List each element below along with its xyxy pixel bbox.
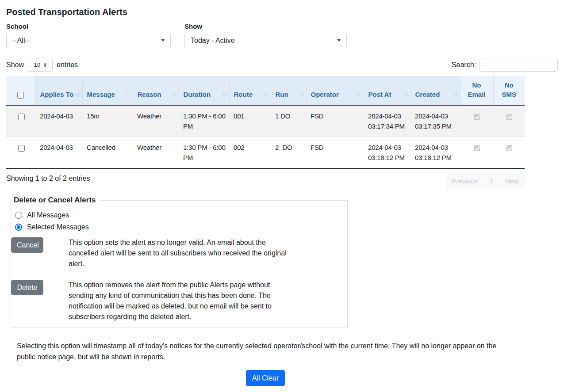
row-select-checkbox[interactable] <box>18 145 25 152</box>
page-length-select[interactable]: 10 <box>28 58 53 72</box>
cell-created: 2024-04-03 03:18:12 PM <box>411 137 460 169</box>
show-label: Show <box>184 23 347 30</box>
delete-cancel-legend: Delete or Cancel Alerts <box>13 196 99 205</box>
cell-message: Cancelled <box>82 137 133 169</box>
cell-run: 2_DO <box>271 137 306 169</box>
search-label: Search: <box>452 61 476 69</box>
col-header-run[interactable]: Run ↑↓ <box>271 76 306 105</box>
delete-button[interactable]: Delete <box>11 280 43 295</box>
school-select[interactable]: --All-- <box>6 33 171 48</box>
sort-icon: ↑↓ <box>453 90 457 99</box>
chevron-down-icon <box>337 39 341 42</box>
pagination-next[interactable]: Next <box>499 173 525 189</box>
all-clear-button[interactable]: All Clear <box>246 370 285 386</box>
search-control: Search: <box>452 58 558 72</box>
table-footer-row: Showing 1 to 2 of 2 entries Previous 1 N… <box>6 173 525 189</box>
sort-icon: ↑↓ <box>172 90 176 99</box>
col-header-no-sms: No SMS <box>493 76 525 105</box>
cell-reason: Weather <box>133 137 179 169</box>
all-clear-description: Selecting this option will timestamp all… <box>17 340 507 362</box>
sort-icon: ↑↓ <box>75 90 79 99</box>
filters-row: School --All-- Show Today - Active <box>6 23 558 48</box>
chevron-down-icon <box>161 39 165 42</box>
selected-messages-option: Selected Messages <box>15 223 341 231</box>
col-header-route[interactable]: Route ↑↓ <box>229 76 271 105</box>
col-header-applies-to[interactable]: Applies To ↑↓ <box>35 76 82 105</box>
cell-duration: 1:30 PM - 6:00 PM <box>179 105 229 137</box>
delete-description: This option removes the alert from the p… <box>69 280 293 322</box>
cell-reason: Weather <box>133 105 179 137</box>
cell-duration: 1:30 PM - 6:00 PM <box>179 137 229 169</box>
sort-icon: ↑↓ <box>299 90 303 99</box>
row-select-checkbox[interactable] <box>18 114 25 120</box>
all-messages-option: All Messages <box>15 211 341 219</box>
cell-created: 2024-04-03 03:17:35 PM <box>411 105 460 137</box>
pagination-page-1[interactable]: 1 <box>483 173 499 189</box>
sort-icon: ↑↓ <box>357 90 361 99</box>
page-length-control: Show 10 entries <box>6 58 78 72</box>
school-select-value: --All-- <box>12 37 30 45</box>
cell-route: 001 <box>229 105 271 137</box>
table-row: 2024-04-03 Cancelled Weather 1:30 PM - 6… <box>6 137 525 169</box>
select-all-checkbox[interactable] <box>17 92 24 99</box>
no-email-checkbox <box>474 114 480 120</box>
length-suffix-label: entries <box>57 61 78 69</box>
col-header-duration[interactable]: Duration ↑↓ <box>179 76 229 105</box>
show-select-value: Today - Active <box>191 37 235 45</box>
page-title: Posted Transportation Alerts <box>6 7 558 17</box>
sort-icon: ↑↓ <box>222 90 226 99</box>
show-select[interactable]: Today - Active <box>184 33 347 48</box>
no-email-checkbox <box>474 145 480 151</box>
table-controls: Show 10 entries Search: <box>6 58 558 72</box>
table-row: 2024-04-03 15m Weather 1:30 PM - 6:00 PM… <box>6 105 525 137</box>
pagination-previous[interactable]: Previous <box>446 173 483 189</box>
length-prefix-label: Show <box>6 61 24 69</box>
all-messages-radio[interactable] <box>15 212 22 219</box>
cancel-description: This option sets the alert as no longer … <box>69 237 293 269</box>
col-header-no-email: No Email <box>460 76 493 105</box>
cell-post-at: 2024-04-03 03:17:34 PM <box>364 105 411 137</box>
sort-icon: ↑↓ <box>403 90 407 99</box>
selected-messages-label[interactable]: Selected Messages <box>27 223 89 231</box>
col-header-created[interactable]: Created ↑↓ <box>411 76 460 105</box>
cell-operator: FSD <box>306 137 364 169</box>
all-clear-container: All Clear <box>6 370 525 386</box>
col-header-message[interactable]: Message ↑↓ <box>82 76 133 105</box>
all-messages-label[interactable]: All Messages <box>27 211 69 219</box>
no-sms-checkbox <box>506 145 512 151</box>
delete-cancel-fieldset: Delete or Cancel Alerts All Messages Sel… <box>11 196 348 328</box>
sort-icon: ↑↓ <box>126 90 130 99</box>
cancel-button[interactable]: Cancel <box>11 237 43 253</box>
cell-operator: FSD <box>306 105 364 137</box>
cell-applies-to: 2024-04-03 <box>35 137 82 169</box>
page-length-value: 10 <box>34 61 40 68</box>
cell-message: 15m <box>82 105 133 137</box>
cell-post-at: 2024-04-03 03:18:12 PM <box>364 137 411 169</box>
table-info: Showing 1 to 2 of 2 entries <box>6 173 90 183</box>
col-header-reason[interactable]: Reason ↑↓ <box>133 76 179 105</box>
spinner-icon <box>44 63 46 67</box>
sort-icon: ↑↓ <box>264 90 268 99</box>
search-input[interactable] <box>480 58 558 72</box>
action-grid: Cancel This option sets the alert as no … <box>11 237 341 322</box>
cell-route: 002 <box>229 137 271 169</box>
show-filter: Show Today - Active <box>184 23 347 48</box>
table-header-row: Applies To ↑↓ Message ↑↓ Reason ↑↓ Durat… <box>6 76 525 105</box>
school-filter: School --All-- <box>6 23 171 48</box>
pagination: Previous 1 Next <box>446 173 525 189</box>
cell-run: 1 DO <box>271 105 306 137</box>
selected-messages-radio[interactable] <box>15 224 22 231</box>
alerts-table: Applies To ↑↓ Message ↑↓ Reason ↑↓ Durat… <box>6 76 525 169</box>
school-label: School <box>6 23 171 30</box>
no-sms-checkbox <box>506 114 512 120</box>
cell-applies-to: 2024-04-03 <box>35 105 82 137</box>
select-all-header-cell <box>6 76 35 105</box>
col-header-post-at[interactable]: Post At ↑↓ <box>364 76 411 105</box>
col-header-operator[interactable]: Operator ↑↓ <box>306 76 364 105</box>
